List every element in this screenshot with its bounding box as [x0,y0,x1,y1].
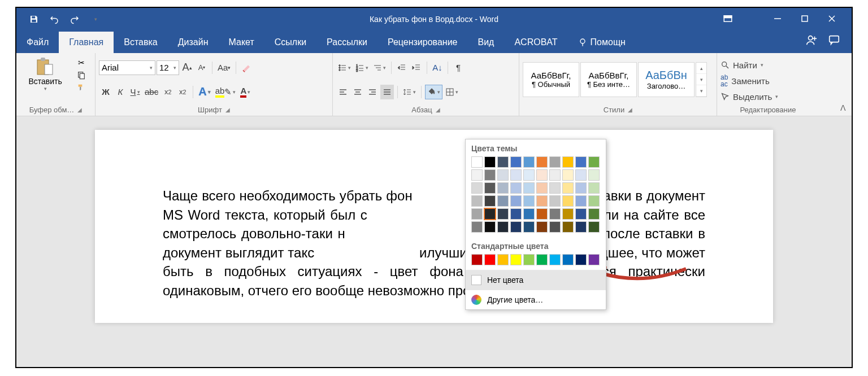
paragraph-dialog-launcher-icon[interactable]: ◢ [436,107,440,113]
sort-button[interactable]: A↓ [431,60,444,75]
color-swatch[interactable] [575,254,587,265]
color-swatch[interactable] [588,182,600,194]
color-swatch[interactable] [471,156,483,168]
color-swatch[interactable] [484,182,496,194]
color-swatch[interactable] [471,254,483,265]
find-button[interactable]: Найти▾ [721,58,815,72]
color-swatch[interactable] [523,156,535,168]
underline-button[interactable]: Ч [128,85,142,99]
color-swatch[interactable] [484,221,496,233]
styles-scroll[interactable]: ▴▾▾ [696,62,707,97]
copy-icon[interactable] [76,70,86,80]
color-swatch[interactable] [549,221,561,233]
show-marks-button[interactable]: ¶ [452,60,465,75]
style-heading1[interactable]: АаБбВнЗаголово… [638,62,695,97]
color-swatch[interactable] [510,182,522,194]
color-swatch[interactable] [484,208,496,220]
shrink-font-button[interactable]: A▾ [195,60,209,75]
clear-formatting-button[interactable] [240,60,253,75]
redo-icon[interactable] [70,14,80,24]
color-swatch[interactable] [549,182,561,194]
color-swatch[interactable] [536,156,548,168]
numbering-button[interactable]: 123 [354,60,370,75]
color-swatch[interactable] [523,182,535,194]
color-swatch[interactable] [471,221,483,233]
color-swatch[interactable] [575,221,587,233]
bullets-button[interactable] [336,60,353,75]
style-normal[interactable]: АаБбВвГг,¶ Обычный [523,62,579,97]
undo-icon[interactable] [49,14,59,24]
color-swatch[interactable] [575,156,587,168]
color-swatch[interactable] [497,195,509,207]
superscript-button[interactable]: x2 [176,85,189,99]
color-swatch[interactable] [562,208,574,220]
close-icon[interactable] [828,15,836,24]
color-swatch[interactable] [562,195,574,207]
color-swatch[interactable] [549,208,561,220]
color-swatch[interactable] [536,221,548,233]
tab-references[interactable]: Ссылки [264,32,316,53]
color-swatch[interactable] [549,169,561,181]
color-swatch[interactable] [575,195,587,207]
color-swatch[interactable] [575,182,587,194]
color-swatch[interactable] [549,156,561,168]
style-no-spacing[interactable]: АаБбВвГг,¶ Без инте… [580,62,637,97]
color-swatch[interactable] [523,208,535,220]
tab-home[interactable]: Главная [59,32,114,53]
font-size-combo[interactable]: 12▾ [157,60,179,75]
color-swatch[interactable] [562,221,574,233]
color-swatch[interactable] [510,156,522,168]
color-swatch[interactable] [471,195,483,207]
color-swatch[interactable] [497,156,509,168]
subscript-button[interactable]: x2 [161,85,175,99]
color-swatch[interactable] [588,169,600,181]
tab-mailings[interactable]: Рассылки [316,32,377,53]
cut-icon[interactable]: ✂ [76,58,86,68]
change-case-button[interactable]: Aa▾ [216,60,232,75]
color-swatch[interactable] [510,195,522,207]
color-swatch[interactable] [562,254,574,265]
color-swatch[interactable] [484,195,496,207]
bold-button[interactable]: Ж [99,85,112,99]
tab-acrobat[interactable]: ACROBAT [504,32,567,53]
font-name-combo[interactable]: Arial▾ [99,60,155,75]
borders-button[interactable] [444,85,460,99]
color-swatch[interactable] [471,169,483,181]
color-swatch[interactable] [497,254,509,265]
clipboard-dialog-launcher-icon[interactable]: ◢ [77,107,82,113]
increase-indent-button[interactable] [410,60,423,75]
justify-button[interactable] [380,85,394,99]
save-icon[interactable] [29,14,39,24]
collapse-ribbon-icon[interactable]: ᐱ [840,103,846,112]
tab-design[interactable]: Дизайн [168,32,219,53]
color-swatch[interactable] [536,195,548,207]
italic-button[interactable]: К [114,85,127,99]
comments-icon[interactable] [828,34,840,49]
color-swatch[interactable] [471,182,483,194]
align-center-button[interactable] [351,85,364,99]
color-swatch[interactable] [588,254,600,265]
replace-button[interactable]: abacЗаменить [721,73,815,88]
font-dialog-launcher-icon[interactable]: ◢ [225,107,230,113]
color-swatch[interactable] [536,182,548,194]
paste-button[interactable]: Вставить ▾ [25,55,65,104]
highlight-button[interactable]: ab✎ [214,85,238,99]
color-swatch[interactable] [484,169,496,181]
tab-file[interactable]: Файл [16,32,59,53]
share-icon[interactable] [805,34,818,49]
color-swatch[interactable] [588,156,600,168]
minimize-icon[interactable] [774,15,782,24]
color-swatch[interactable] [523,221,535,233]
line-spacing-button[interactable] [401,85,418,99]
color-swatch[interactable] [497,169,509,181]
color-swatch[interactable] [536,208,548,220]
text-effects-button[interactable]: A [197,85,212,99]
color-swatch[interactable] [588,221,600,233]
color-swatch[interactable] [549,195,561,207]
shading-button[interactable] [425,85,442,99]
color-swatch[interactable] [562,156,574,168]
color-swatch[interactable] [510,208,522,220]
color-swatch[interactable] [510,254,522,265]
tab-insert[interactable]: Вставка [114,32,167,53]
color-swatch[interactable] [575,169,587,181]
